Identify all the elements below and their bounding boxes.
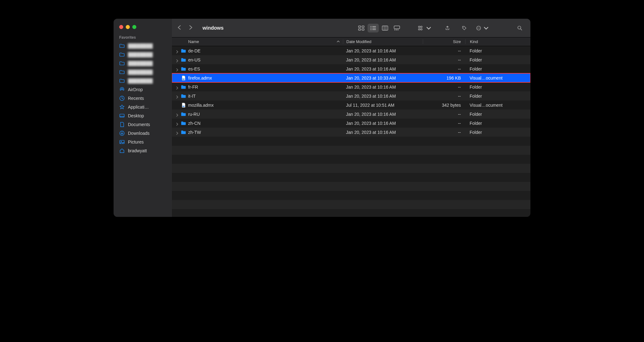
svg-point-0 — [121, 89, 123, 90]
sidebar-item-label: Downloads — [128, 131, 149, 136]
file-row[interactable]: firefox.admxJan 20, 2023 at 10:33 AM196 … — [172, 73, 530, 82]
empty-row — [172, 200, 530, 209]
disclosure-icon[interactable] — [176, 122, 179, 125]
file-date: Jan 20, 2023 at 10:16 AM — [343, 121, 423, 126]
svg-rect-14 — [372, 28, 376, 28]
file-date: Jan 20, 2023 at 10:16 AM — [343, 66, 423, 71]
file-date: Jan 20, 2023 at 10:16 AM — [343, 85, 423, 90]
file-date: Jan 20, 2023 at 10:16 AM — [343, 112, 423, 117]
sidebar-item-home[interactable]: bradwyatt — [114, 146, 172, 155]
nav-forward-button[interactable] — [188, 25, 193, 31]
svg-point-33 — [518, 26, 521, 29]
view-columns-button[interactable] — [379, 24, 391, 32]
sidebar-item-airdrop[interactable]: AirDrop — [114, 85, 172, 94]
file-row[interactable]: it-ITJan 20, 2023 at 10:16 AM--Folder — [172, 91, 530, 100]
file-name: en-US — [188, 57, 201, 62]
file-date: Jan 20, 2023 at 10:16 AM — [343, 48, 423, 53]
folder-icon — [119, 69, 125, 75]
sidebar-item-documents[interactable]: Documents — [114, 120, 172, 129]
file-row[interactable]: zh-TWJan 20, 2023 at 10:16 AM--Folder — [172, 128, 530, 137]
sidebar: Favorites ██████████████████████████████… — [114, 19, 172, 217]
maximize-button[interactable] — [132, 25, 136, 29]
column-name[interactable]: Name — [172, 39, 343, 44]
file-row[interactable]: en-USJan 20, 2023 at 10:16 AM--Folder — [172, 55, 530, 64]
column-kind[interactable]: Kind — [465, 39, 530, 44]
empty-row — [172, 191, 530, 200]
sidebar-item-folder[interactable]: ████████ — [114, 50, 172, 59]
disclosure-icon[interactable] — [176, 95, 179, 98]
file-name: mozilla.admx — [188, 103, 214, 108]
svg-point-15 — [371, 29, 372, 30]
pictures-icon — [119, 139, 125, 145]
disclosure-icon[interactable] — [176, 67, 179, 71]
sidebar-item-folder[interactable]: ████████ — [114, 76, 172, 85]
disclosure-icon[interactable] — [176, 49, 179, 52]
file-row[interactable]: fr-FRJan 20, 2023 at 10:16 AM--Folder — [172, 82, 530, 91]
search-button[interactable] — [514, 24, 525, 32]
minimize-button[interactable] — [126, 25, 130, 29]
view-icons-button[interactable] — [356, 24, 367, 32]
file-name: fr-FR — [188, 85, 198, 90]
file-row[interactable]: ru-RUJan 20, 2023 at 10:16 AM--Folder — [172, 110, 530, 119]
sidebar-item-label: bradwyatt — [128, 148, 147, 153]
file-size: -- — [423, 57, 465, 62]
folder-icon — [181, 120, 186, 126]
file-icon — [181, 102, 186, 108]
file-size: -- — [423, 66, 465, 71]
empty-row — [172, 146, 530, 155]
sidebar-item-folder[interactable]: ████████ — [114, 59, 172, 68]
sidebar-item-desktop[interactable]: Desktop — [114, 111, 172, 120]
tags-button[interactable] — [459, 24, 470, 32]
svg-rect-27 — [421, 29, 422, 30]
sidebar-item-downloads[interactable]: Downloads — [114, 129, 172, 138]
svg-point-28 — [463, 27, 464, 27]
svg-rect-8 — [362, 26, 364, 27]
file-row[interactable]: de-DEJan 20, 2023 at 10:16 AM--Folder — [172, 46, 530, 55]
disclosure-icon[interactable] — [176, 113, 179, 116]
file-row[interactable]: es-ESJan 20, 2023 at 10:16 AM--Folder — [172, 64, 530, 73]
sidebar-item-label: ████████ — [128, 61, 153, 66]
sidebar-item-pictures[interactable]: Pictures — [114, 138, 172, 146]
svg-point-11 — [371, 26, 372, 27]
sidebar-item-apps[interactable]: Applicati… — [114, 103, 172, 111]
svg-rect-7 — [359, 26, 361, 27]
folder-icon — [181, 84, 186, 90]
file-kind: Folder — [465, 121, 530, 126]
sort-ascending-icon — [337, 39, 340, 44]
file-name: zh-CN — [188, 121, 201, 126]
sidebar-item-recents[interactable]: Recents — [114, 94, 172, 103]
file-name: zh-TW — [188, 130, 201, 135]
folder-icon — [181, 66, 186, 72]
column-header: Name Date Modified Size Kind — [172, 37, 530, 46]
svg-rect-17 — [382, 26, 388, 30]
view-gallery-button[interactable] — [391, 24, 402, 32]
disclosure-icon[interactable] — [176, 86, 179, 89]
file-kind: Folder — [465, 94, 530, 99]
view-list-button[interactable] — [368, 24, 379, 32]
file-kind: Folder — [465, 48, 530, 53]
actions-button[interactable] — [476, 24, 489, 32]
column-date[interactable]: Date Modified — [343, 39, 423, 44]
file-name: de-DE — [188, 48, 201, 53]
sidebar-item-label: Documents — [128, 122, 150, 127]
disclosure-icon[interactable] — [176, 58, 179, 61]
group-by-button[interactable] — [417, 24, 432, 32]
svg-line-34 — [520, 29, 522, 30]
svg-rect-16 — [372, 29, 376, 30]
page-title: windows — [202, 25, 353, 31]
folder-icon — [181, 111, 186, 117]
nav-back-button[interactable] — [177, 25, 182, 31]
disclosure-icon[interactable] — [176, 131, 179, 134]
close-button[interactable] — [119, 25, 123, 29]
sidebar-item-label: Applicati… — [128, 105, 149, 110]
sidebar-item-folder[interactable]: ████████ — [114, 42, 172, 50]
column-size[interactable]: Size — [423, 39, 465, 44]
sidebar-item-folder[interactable]: ████████ — [114, 68, 172, 76]
file-kind: Visual…ocument — [465, 103, 530, 108]
share-button[interactable] — [442, 24, 453, 32]
apps-icon — [119, 104, 125, 110]
file-row[interactable]: mozilla.admxJul 11, 2022 at 10:51 AM342 … — [172, 100, 530, 110]
file-list: de-DEJan 20, 2023 at 10:16 AM--Folderen-… — [172, 46, 530, 217]
window-controls — [114, 25, 172, 35]
file-row[interactable]: zh-CNJan 20, 2023 at 10:16 AM--Folder — [172, 119, 530, 128]
